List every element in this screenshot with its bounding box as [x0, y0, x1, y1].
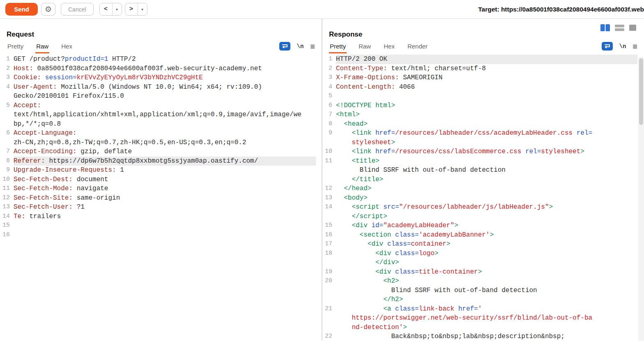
code-line[interactable]: 9 <link href=/resources/labheader/css/ac… — [322, 129, 637, 138]
forward-button[interactable]: > — [125, 3, 138, 15]
code-line[interactable]: 9Upgrade-Insecure-Requests: 1 — [0, 166, 316, 175]
code-line[interactable]: 19 <div class=title-container> — [322, 267, 637, 277]
code-line[interactable]: 1HTTP/2 200 OK — [322, 55, 637, 64]
code-line[interactable]: 15 <div id="academyLabHeader"> — [322, 221, 637, 230]
tab-hex[interactable]: Hex — [60, 43, 73, 53]
code-line-text — [336, 92, 637, 101]
code-line[interactable]: 4Content-Length: 4066 — [322, 83, 637, 92]
back-button[interactable]: < — [100, 3, 113, 15]
code-line[interactable]: 14 <script src="/resources/labheader/js/… — [322, 203, 637, 212]
code-line[interactable]: 22 Back&nbsp;to&nbsp;lab&nbsp;descriptio… — [322, 332, 637, 341]
code-line-text: <section class='academyLabBanner'> — [336, 230, 637, 240]
soft-wrap-toggle-icon[interactable] — [279, 42, 290, 51]
line-number: 14 — [0, 212, 14, 221]
editor-menu-icon[interactable]: ≡ — [632, 42, 637, 51]
show-newlines-toggle[interactable]: \n — [619, 43, 626, 50]
response-scrollbar[interactable] — [638, 57, 644, 341]
line-number — [322, 138, 336, 147]
code-line[interactable]: 10Sec-Fetch-Dest: document — [0, 175, 316, 184]
code-line[interactable]: 14Te: trailers — [0, 212, 316, 221]
code-line[interactable]: Gecko/20100101 Firefox/115.0 — [0, 92, 316, 101]
line-number: 12 — [322, 184, 336, 194]
show-newlines-toggle[interactable]: \n — [297, 43, 304, 50]
code-line[interactable]: 7Accept-Encoding: gzip, deflate — [0, 147, 316, 157]
code-line-text: Blind SSRF with out-of-band detection — [336, 166, 637, 175]
tab-render[interactable]: Render — [407, 43, 428, 53]
cancel-button[interactable]: Cancel — [61, 3, 94, 16]
request-settings-button[interactable]: ⚙ — [41, 3, 55, 16]
code-line[interactable]: 2Host: 0a85001f038caf2080494e6600af003f.… — [0, 64, 316, 74]
line-number — [322, 295, 336, 304]
line-number: 7 — [322, 110, 336, 120]
request-editor[interactable]: 1GET /product?productId=1 HTTP/22Host: 0… — [0, 55, 322, 240]
code-line[interactable]: Blind SSRF with out-of-band detection — [322, 166, 637, 175]
code-line[interactable]: 13Sec-Fetch-User: ?1 — [0, 203, 316, 212]
code-line[interactable]: 18 <div class=logo> — [322, 249, 637, 258]
code-line[interactable]: 10 <link href=/resources/css/labsEcommer… — [322, 147, 637, 157]
code-line[interactable]: 12Sec-Fetch-Site: same-origin — [0, 194, 316, 203]
scrollbar-thumb[interactable] — [639, 58, 643, 125]
tab-pretty[interactable]: Pretty — [329, 43, 347, 53]
code-line[interactable]: 13 <body> — [322, 194, 637, 203]
code-line[interactable]: </h2> — [322, 295, 637, 304]
layout-single-icon[interactable] — [629, 25, 636, 31]
line-number: 13 — [322, 194, 336, 203]
tab-pretty[interactable]: Pretty — [7, 43, 24, 53]
line-number — [322, 175, 336, 184]
code-line-text: Content-Length: 4066 — [336, 83, 637, 92]
code-line[interactable]: 3X-Frame-Options: SAMEORIGIN — [322, 73, 637, 83]
soft-wrap-toggle-icon[interactable] — [602, 42, 613, 51]
code-line[interactable]: https://portswigger.net/web-security/ssr… — [322, 313, 637, 323]
code-line[interactable]: bp,*/*;q=0.8 — [0, 120, 316, 129]
tab-raw[interactable]: Raw — [358, 43, 372, 53]
code-line[interactable]: </title> — [322, 175, 637, 184]
code-line[interactable]: 6<!DOCTYPE html> — [322, 101, 637, 111]
send-button[interactable]: Send — [5, 3, 38, 16]
code-line-text: Sec-Fetch-User: ?1 — [14, 203, 316, 212]
code-line[interactable]: zh-CN,zh;q=0.8,zh-TW;q=0.7,zh-HK;q=0.5,e… — [0, 138, 316, 147]
code-line[interactable]: 11 <title> — [322, 157, 637, 166]
code-line[interactable]: 7<html> — [322, 110, 637, 120]
code-line-text: text/html,application/xhtml+xml,applicat… — [14, 110, 316, 120]
code-line[interactable]: </script> — [322, 212, 637, 221]
code-line[interactable]: 16 — [0, 230, 316, 240]
code-line[interactable]: 4User-Agent: Mozilla/5.0 (Windows NT 10.… — [0, 83, 316, 92]
code-line[interactable]: 5 — [322, 92, 637, 101]
response-editor[interactable]: 1HTTP/2 200 OK2Content-Type: text/html; … — [322, 55, 638, 341]
code-line[interactable]: 8 <head> — [322, 120, 637, 129]
code-line[interactable]: 1GET /product?productId=1 HTTP/2 — [0, 55, 316, 64]
line-number: 5 — [322, 92, 336, 101]
code-line[interactable]: 2Content-Type: text/html; charset=utf-8 — [322, 64, 637, 74]
code-line-text: <link href=/resources/labheader/css/acad… — [336, 129, 637, 138]
code-line[interactable]: 8Referer: https://dp6w7b5h2qqtdp8xxbmotg… — [0, 157, 316, 166]
layout-columns-icon[interactable] — [600, 24, 610, 31]
back-dropdown-button[interactable]: ▾ — [113, 3, 122, 15]
code-line-text: <a class=link-back href=' — [336, 304, 637, 314]
code-line[interactable]: 3Cookie: session=krEVvZyEYyOyLm8rV3bYNDz… — [0, 73, 316, 83]
line-number: 18 — [322, 249, 336, 258]
code-line[interactable]: 20 <h2> — [322, 276, 637, 286]
tab-hex[interactable]: Hex — [383, 43, 396, 53]
code-line[interactable]: 17 <div class=container> — [322, 240, 637, 249]
code-line[interactable]: 5Accept: — [0, 101, 316, 111]
code-line[interactable]: 16 <section class='academyLabBanner'> — [322, 230, 637, 240]
code-line[interactable]: 15 — [0, 221, 316, 230]
code-line[interactable]: stylesheet> — [322, 138, 637, 147]
code-line[interactable]: 11Sec-Fetch-Mode: navigate — [0, 184, 316, 194]
code-line-text: <div class=container> — [336, 240, 637, 249]
code-line[interactable]: 21 <a class=link-back href=' — [322, 304, 637, 314]
code-line[interactable]: </div> — [322, 258, 637, 267]
code-line-text: Accept-Encoding: gzip, deflate — [14, 147, 316, 157]
forward-dropdown-button[interactable]: ▾ — [138, 3, 147, 15]
editor-menu-icon[interactable]: ≡ — [310, 42, 315, 51]
code-line[interactable]: Blind SSRF with out-of-band detection — [322, 286, 637, 295]
layout-rows-icon[interactable] — [615, 24, 624, 31]
line-number: 5 — [0, 101, 14, 111]
code-line-text: </script> — [336, 212, 637, 221]
code-line[interactable]: 12 </head> — [322, 184, 637, 194]
code-line[interactable]: text/html,application/xhtml+xml,applicat… — [0, 110, 316, 120]
code-line[interactable]: nd-detection'> — [322, 323, 637, 332]
tab-raw[interactable]: Raw — [35, 43, 49, 53]
code-line[interactable]: 6Accept-Language: — [0, 129, 316, 138]
code-line-text: Sec-Fetch-Dest: document — [14, 175, 316, 184]
